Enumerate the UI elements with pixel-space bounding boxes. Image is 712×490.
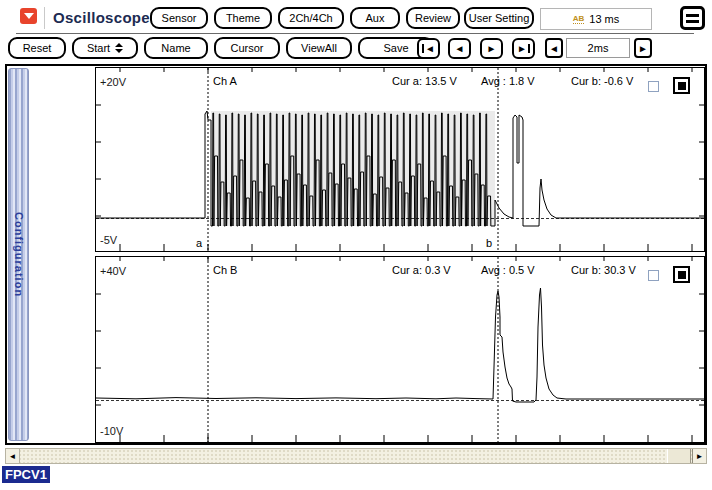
timebase-value-box[interactable]: 2ms	[566, 38, 630, 58]
cursor-b-label[interactable]: b	[486, 237, 492, 249]
cursor-time-readout: AB 13 ms	[540, 8, 652, 30]
configuration-tab-label: Configuration	[13, 212, 25, 297]
step-forward-button[interactable]	[480, 38, 503, 59]
record-dropdown-icon[interactable]	[20, 8, 37, 24]
arrow-left-icon	[549, 43, 559, 54]
sensor-button[interactable]: Sensor	[150, 7, 208, 29]
channel-b-top-voltage-label: +40V	[100, 265, 126, 277]
menu-bar	[686, 20, 699, 23]
step-back-icon	[455, 43, 465, 54]
viewall-button[interactable]: ViewAll	[286, 37, 352, 59]
channel-a-cursor-a-readout: Cur a: 13.5 V	[392, 75, 457, 87]
name-button[interactable]: Name	[144, 37, 208, 59]
cursor-time-value: 13 ms	[589, 13, 619, 25]
channel-b-cursor-b-readout: Cur b: 30.3 V	[571, 264, 636, 276]
skip-end-button[interactable]	[512, 38, 535, 59]
toolbar-separator	[16, 33, 694, 34]
configuration-tab[interactable]: Configuration	[8, 68, 29, 441]
arrow-right-icon	[638, 43, 648, 54]
spinner-arrows-icon[interactable]	[115, 43, 123, 53]
channel-a-waveform	[96, 68, 704, 251]
channel-a-panel[interactable]: +20V -5V Ch A Cur a: 13.5 V Avg : 1.8 V …	[95, 67, 705, 252]
spinner-up-icon	[115, 43, 123, 47]
channel-b-color-swatch[interactable]	[673, 266, 690, 283]
step-forward-icon	[487, 43, 497, 54]
timebase-increase-button[interactable]	[634, 38, 652, 58]
channel-b-bottom-voltage-label: -10V	[100, 425, 123, 437]
timebase-value: 2ms	[588, 42, 609, 54]
scrollbar-thumb[interactable]	[667, 449, 691, 463]
channel-a-color-swatch[interactable]	[673, 77, 690, 94]
scrollbar-left-arrow-icon[interactable]	[6, 449, 20, 463]
channel-a-cursor-b-readout: Cur b: -0.6 V	[571, 75, 633, 87]
down-triangle-icon	[24, 13, 34, 19]
reset-button[interactable]: Reset	[8, 37, 66, 59]
ab-cursors-time-icon: AB	[573, 14, 585, 24]
channel-a-checkbox[interactable]	[648, 81, 659, 92]
channel-b-avg-readout: Avg : 0.5 V	[481, 264, 535, 276]
scrollbar-right-arrow-icon[interactable]	[692, 449, 706, 463]
channel-a-name: Ch A	[213, 75, 237, 87]
user-setting-button[interactable]: User Setting	[464, 7, 534, 29]
menu-icon[interactable]	[680, 6, 705, 30]
cursor-a-label[interactable]: a	[196, 237, 202, 249]
timebase-decrease-button[interactable]	[545, 38, 563, 58]
start-button[interactable]: Start	[72, 37, 138, 59]
channel-b-waveform	[96, 257, 704, 442]
channel-b-cursor-a-readout: Cur a: 0.3 V	[392, 264, 451, 276]
step-back-button[interactable]	[448, 38, 471, 59]
channel-a-avg-readout: Avg : 1.8 V	[481, 75, 535, 87]
spinner-down-icon	[115, 49, 123, 53]
channel-mode-button[interactable]: 2Ch/4Ch	[278, 7, 344, 29]
review-button[interactable]: Review	[406, 7, 460, 29]
oscilloscope-app: Oscilloscope Sensor Theme 2Ch/4Ch Aux Re…	[0, 0, 712, 490]
divider	[44, 7, 45, 29]
channel-a-color-fill	[678, 82, 686, 90]
channel-b-checkbox[interactable]	[648, 270, 659, 281]
channel-b-color-fill	[678, 271, 686, 279]
channel-b-name: Ch B	[213, 264, 237, 276]
channel-b-panel[interactable]: +40V -10V Ch B Cur a: 0.3 V Avg : 0.5 V …	[95, 256, 705, 443]
menu-bar	[686, 14, 699, 17]
start-button-label: Start	[87, 42, 110, 54]
cursor-button[interactable]: Cursor	[214, 37, 280, 59]
model-label[interactable]: FPCV1	[2, 466, 50, 483]
theme-button[interactable]: Theme	[214, 7, 272, 29]
skip-start-button[interactable]	[417, 38, 440, 59]
horizontal-scrollbar[interactable]	[5, 448, 707, 464]
channel-a-bottom-voltage-label: -5V	[100, 234, 117, 246]
channel-a-top-voltage-label: +20V	[100, 76, 126, 88]
skip-start-icon	[422, 43, 435, 54]
skip-end-icon	[517, 43, 530, 54]
aux-button[interactable]: Aux	[350, 7, 400, 29]
app-title: Oscilloscope	[53, 9, 150, 26]
